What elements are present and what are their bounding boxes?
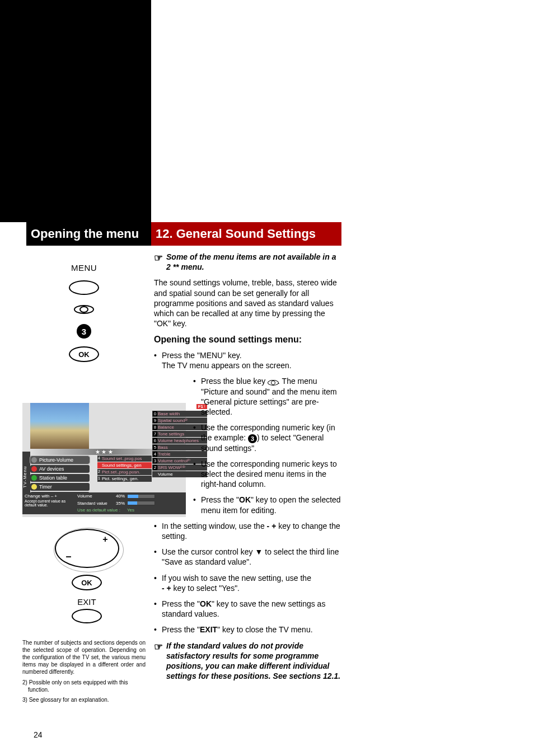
minus-icon: – — [66, 551, 72, 562]
tv-vol-bar — [127, 494, 155, 499]
subhead: Opening the sound settings menu: — [154, 334, 341, 346]
bullet-icon — [31, 484, 37, 490]
bullet-icon — [31, 475, 37, 481]
li-cursor: Use the cursor control key ▼ to select t… — [154, 547, 341, 567]
eye-icon-inline — [268, 379, 278, 386]
tv-main-item: Station table — [30, 474, 90, 482]
hand-icon: ☞ — [154, 641, 163, 682]
tv-use-value: Yes — [127, 508, 134, 513]
body-text: ☞ Some of the menu items are not availab… — [154, 252, 341, 687]
exit-label: EXIT — [50, 597, 123, 607]
hand-icon: ☞ — [154, 252, 163, 272]
note-2-text: If the standard values do not provide sa… — [166, 641, 341, 682]
menu-key-graphic — [69, 280, 99, 295]
li-ok1: Press the "OK" key to open the selected … — [193, 495, 341, 515]
plus-minus-oval: + – — [55, 529, 119, 568]
note-1: ☞ Some of the menu items are not availab… — [154, 252, 341, 272]
footnote-2: 2) Possible only on sets equipped with t… — [22, 679, 146, 693]
tv-vol-value: 40% — [116, 494, 125, 499]
ok-key-graphic-1: OK — [69, 346, 99, 362]
footnotes: The number of subjects and sections depe… — [22, 639, 146, 706]
tv-use-label: Use as default value : — [77, 508, 125, 513]
top-black-bar — [0, 0, 151, 222]
li-exit: Press the "EXIT" key to close the TV men… — [154, 624, 341, 635]
num-badge-inline: 3 — [248, 434, 257, 443]
body-para-1: The sound settings volume, treble, bass,… — [154, 278, 341, 328]
bullet-icon — [31, 457, 37, 463]
tv-sub-item: 4Sound set.,prog.pos — [97, 456, 152, 462]
footnote-para: The number of subjects and sections depe… — [22, 639, 146, 675]
li-setting: In the setting window, use the - + key t… — [154, 521, 341, 541]
tv-sub-col: 4Sound set.,prog.pos Sound settings, gen… — [97, 456, 152, 482]
li-yes: If you wish to save the new setting, use… — [154, 573, 341, 593]
tv-std-label: Standard value — [77, 501, 114, 506]
ok-key-graphic-2: OK — [72, 575, 102, 590]
tv-accept-label: Accept current value as default value. — [25, 499, 75, 507]
tv-sub-item: Sound settings, gen — [97, 462, 152, 468]
li-numeric2: Use the corresponding numeric keys to se… — [193, 459, 341, 490]
note-2: ☞ If the standard values do not provide … — [154, 641, 341, 682]
li-numeric: Use the corresponding numeric key (in th… — [193, 422, 341, 453]
tv-std-bar — [127, 501, 155, 505]
control-graphic: + – OK EXIT — [50, 529, 123, 623]
li-ok2: Press the "OK" key to save the new setti… — [154, 599, 341, 619]
tv-menu-photo — [30, 403, 89, 449]
li-blue: Press the blue key . The menu "Picture a… — [193, 376, 341, 417]
bullet-icon — [31, 466, 37, 472]
tv-change-label: Change with – + — [25, 494, 75, 499]
num-badge-3: 3 — [77, 324, 91, 339]
header-row: Opening the menu 12. General Sound Setti… — [0, 222, 534, 246]
tv-std-value: 35% — [116, 501, 125, 506]
exit-key-graphic — [72, 609, 102, 623]
footnote-3: 3) See glossary for an explanation. — [22, 696, 146, 703]
icon-stack: MENU 3 OK — [22, 263, 146, 362]
plus-icon: + — [102, 534, 107, 544]
header-left: Opening the menu — [26, 222, 151, 246]
page-number: 24 — [34, 730, 43, 739]
header-right: 12. General Sound Settings — [151, 222, 341, 246]
note-1-text: Some of the menu items are not available… — [166, 252, 341, 272]
eye-icon — [74, 303, 94, 316]
tv-main-item: Timer — [30, 483, 90, 491]
tv-vol-label: Volume — [77, 494, 114, 499]
indented-list: Press the blue key . The menu "Picture a… — [193, 376, 341, 515]
left-column: MENU 3 OK — [22, 252, 146, 362]
tv-sub-item: 1Pict. settings, gen. — [97, 476, 152, 482]
li-press-menu: Press the "MENU" key. The TV menu appear… — [154, 350, 341, 370]
tv-sub-item: 2Pict.set.,prog.posn. — [97, 469, 152, 475]
tv-main-item: AV devices — [30, 465, 90, 473]
menu-label: MENU — [71, 263, 97, 273]
tv-main-item: Picture-Volume — [30, 456, 90, 464]
